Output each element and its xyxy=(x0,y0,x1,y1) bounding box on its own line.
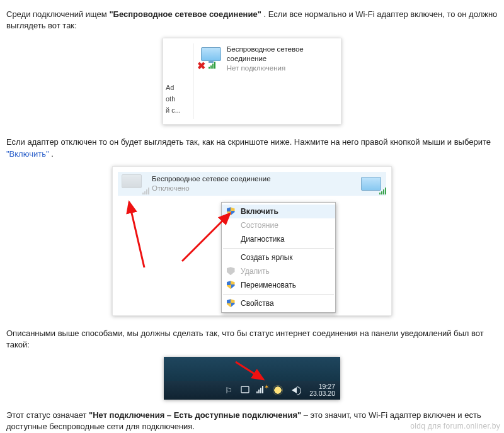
svg-rect-3 xyxy=(241,386,249,393)
flag-tray-icon[interactable]: ⚐ xyxy=(224,385,234,395)
disconnected-x-icon: ✖ xyxy=(197,60,205,72)
svg-line-2 xyxy=(236,362,263,380)
second-adapter-icon[interactable] xyxy=(358,174,384,193)
context-menu: Включить Состояние Диагностика Создать я… xyxy=(221,202,336,313)
menu-item-diagnostics[interactable]: Диагностика xyxy=(222,232,335,246)
adapter-panel-disabled: Беспроводное сетевое соединение Отключен… xyxy=(112,166,392,316)
shield-icon xyxy=(226,298,236,308)
adapter-icon-gray xyxy=(122,174,147,193)
adapter-status: Нет подключения xyxy=(227,64,336,73)
shield-icon xyxy=(226,206,236,216)
tray-clock[interactable]: 19:27 23.03.20 xyxy=(309,383,335,398)
network-tray-icon[interactable]: ✶ xyxy=(256,385,266,395)
menu-item-status: Состояние xyxy=(222,218,335,232)
adapter-icon: ✖ xyxy=(198,45,222,70)
shield-icon xyxy=(226,280,236,290)
menu-item-rename[interactable]: Переименовать xyxy=(222,278,335,292)
signal-bars-icon xyxy=(209,61,215,69)
figure-3-container: ⚐ ✶ 19:27 23.03.20 xyxy=(6,357,498,400)
bold-phrase-2: "Нет подключения – Есть доступные подклю… xyxy=(89,410,301,420)
bold-phrase-1: "Беспроводное сетевое соединение" xyxy=(109,9,261,19)
power-sun-tray-icon[interactable] xyxy=(273,385,283,395)
wireless-adapter-item[interactable]: ✖ Беспроводное сетевое соединение Нет по… xyxy=(198,45,336,73)
figure-1-container: Ad oth й с... ✖ Беспроводное сетевое сое… xyxy=(6,38,498,127)
paragraph-1: Среди подключений ищем "Беспроводное сет… xyxy=(6,9,498,31)
volume-tray-icon[interactable] xyxy=(289,385,299,395)
svg-line-0 xyxy=(129,202,144,267)
menu-item-shortcut[interactable]: Создать ярлык xyxy=(222,250,335,264)
taskbar-screenshot: ⚐ ✶ 19:27 23.03.20 xyxy=(164,357,340,400)
paragraph-4: Этот статус означает "Нет подключения – … xyxy=(6,410,498,432)
paragraph-2: Если адаптер отключен то он будет выгляд… xyxy=(6,137,498,159)
menu-item-enable[interactable]: Включить xyxy=(222,205,335,218)
cropped-left-column: Ad oth й с... xyxy=(166,38,191,124)
figure-2-container: Беспроводное сетевое соединение Отключен… xyxy=(6,166,498,318)
menu-item-delete: Удалить xyxy=(222,264,335,278)
annotation-arrow-icon xyxy=(233,359,271,382)
adapter-title: Беспроводное сетевое соединение xyxy=(227,45,336,64)
paragraph-3: Описанными выше способами, мы должны сде… xyxy=(6,328,498,351)
adapter-panel-enabled: Ad oth й с... ✖ Беспроводное сетевое сое… xyxy=(163,38,341,125)
action-center-tray-icon[interactable] xyxy=(240,385,250,395)
menu-item-properties[interactable]: Свойства xyxy=(222,296,335,310)
wireless-adapter-item-disabled[interactable]: Беспроводное сетевое соединение Отключен… xyxy=(118,172,386,196)
shield-icon-gray xyxy=(226,266,236,276)
enable-link[interactable]: "Включить" xyxy=(6,149,49,159)
